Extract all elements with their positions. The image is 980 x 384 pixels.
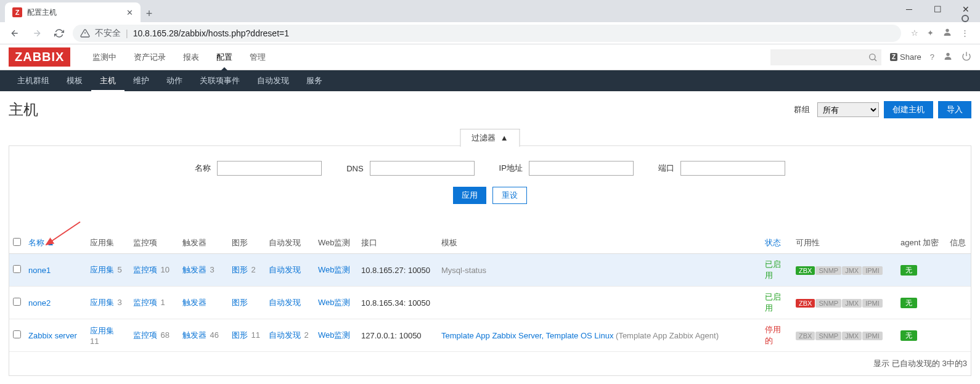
- filter-dns-input[interactable]: [370, 161, 475, 176]
- availability-ipmi-badge: IPMI: [862, 332, 883, 340]
- sub-nav-item[interactable]: 模板: [58, 70, 91, 92]
- filter-ip-input[interactable]: [529, 161, 634, 176]
- col-status[interactable]: 状态: [765, 238, 781, 247]
- col-info: 信息: [946, 232, 971, 254]
- import-button[interactable]: 导入: [938, 101, 971, 118]
- sub-nav-item[interactable]: 主机: [91, 70, 125, 92]
- table-row: none2 应用集 3 监控项 1 触发器 图形 自动发现 Web监测 10.8…: [9, 287, 971, 319]
- web-link[interactable]: Web监测: [318, 330, 351, 340]
- sub-nav-item[interactable]: 维护: [125, 70, 158, 92]
- filter-reset-button[interactable]: 重设: [492, 187, 527, 204]
- row-checkbox[interactable]: [13, 330, 21, 338]
- discovery-link[interactable]: 自动发现: [269, 265, 301, 274]
- items-link[interactable]: 监控项: [133, 330, 157, 340]
- share-button[interactable]: Z Share: [890, 52, 921, 62]
- top-nav-item[interactable]: 资产记录: [125, 44, 174, 70]
- star-icon[interactable]: ☆: [911, 28, 918, 38]
- col-items: 监控项: [129, 232, 179, 254]
- availability-snmp-badge: SNMP: [815, 266, 841, 275]
- profile-icon[interactable]: [942, 27, 952, 39]
- applications-link[interactable]: 应用集: [90, 326, 114, 335]
- new-tab-button[interactable]: +: [141, 5, 158, 22]
- top-nav-item[interactable]: 管理: [241, 44, 274, 70]
- web-link[interactable]: Web监测: [318, 298, 351, 307]
- encryption-badge: 无: [900, 265, 917, 276]
- forward-button[interactable]: [28, 25, 46, 42]
- hosts-table: 名称 ▲ 应用集 监控项 触发器 图形 自动发现 Web监测 接口 模板 状态 …: [9, 232, 971, 352]
- top-nav-item[interactable]: 监测中: [84, 44, 125, 70]
- insecure-label: 不安全: [95, 28, 121, 39]
- power-icon[interactable]: [962, 51, 971, 63]
- triggers-link[interactable]: 触发器: [182, 330, 206, 340]
- applications-link[interactable]: 应用集: [90, 298, 114, 307]
- window-controls: ─ ☐ ✕: [895, 0, 980, 18]
- web-link[interactable]: Web监测: [318, 265, 351, 274]
- filter-toggle[interactable]: 过滤器 ▲: [460, 129, 520, 147]
- host-name-link[interactable]: none2: [28, 298, 51, 308]
- filter-name-input[interactable]: [217, 161, 322, 176]
- select-all-checkbox[interactable]: [13, 238, 21, 246]
- search-input[interactable]: [770, 49, 881, 65]
- sub-nav-item[interactable]: 服务: [298, 70, 331, 92]
- status-toggle[interactable]: 已启用: [765, 292, 781, 313]
- graphs-link[interactable]: 图形: [232, 330, 248, 340]
- zabbix-logo[interactable]: ZABBIX: [9, 47, 70, 67]
- maximize-button[interactable]: ☐: [923, 0, 952, 18]
- availability-ipmi-badge: IPMI: [862, 299, 883, 308]
- host-name-link[interactable]: none1: [28, 266, 51, 275]
- col-interface: 接口: [357, 232, 438, 254]
- applications-link[interactable]: 应用集: [90, 265, 114, 274]
- group-select[interactable]: 所有: [817, 102, 879, 117]
- filter-port-input[interactable]: [680, 161, 785, 176]
- triggers-link[interactable]: 触发器: [182, 298, 206, 307]
- top-nav-item[interactable]: 配置: [208, 44, 241, 70]
- filter-apply-button[interactable]: 应用: [453, 187, 486, 204]
- z-badge-icon: Z: [890, 53, 897, 61]
- filter-ip-label: IP地址: [499, 163, 523, 174]
- close-window-button[interactable]: ✕: [952, 0, 980, 18]
- host-name-link[interactable]: Zabbix server: [28, 331, 77, 340]
- status-toggle[interactable]: 停用的: [765, 325, 781, 345]
- status-toggle[interactable]: 已启用: [765, 259, 781, 280]
- row-checkbox[interactable]: [13, 298, 21, 306]
- menu-icon[interactable]: ⋮: [961, 28, 969, 38]
- svg-point-1: [870, 54, 875, 59]
- items-link[interactable]: 监控项: [133, 298, 157, 307]
- address-bar[interactable]: 不安全 | 10.8.165.28/zabbix/hosts.php?ddres…: [73, 25, 901, 42]
- graphs-link[interactable]: 图形: [232, 265, 248, 274]
- reload-button[interactable]: [51, 25, 68, 42]
- sub-nav-item[interactable]: 关联项事件: [191, 70, 248, 92]
- top-nav-item[interactable]: 报表: [174, 44, 208, 70]
- items-link[interactable]: 监控项: [133, 265, 157, 274]
- encryption-badge: 无: [900, 298, 917, 308]
- graphs-link[interactable]: 图形: [232, 298, 248, 307]
- sub-nav-item[interactable]: 动作: [158, 70, 191, 92]
- availability-zbx-badge: ZBX: [796, 332, 815, 340]
- availability-ipmi-badge: IPMI: [862, 266, 883, 275]
- url-text: 10.8.165.28/zabbix/hosts.php?ddreset=1: [133, 28, 289, 38]
- col-encryption: agent 加密: [897, 232, 946, 254]
- minimize-button[interactable]: ─: [895, 0, 923, 18]
- extensions-icon[interactable]: ✦: [927, 28, 934, 38]
- template-link[interactable]: Template App Zabbix Server, Template OS …: [441, 331, 613, 340]
- availability-jmx-badge: JMX: [842, 266, 862, 275]
- row-checkbox[interactable]: [13, 265, 21, 273]
- col-name[interactable]: 名称 ▲: [28, 238, 55, 247]
- sort-asc-icon: ▲: [47, 238, 55, 247]
- close-icon[interactable]: ✕: [126, 8, 133, 17]
- discovery-link[interactable]: 自动发现: [269, 330, 301, 340]
- user-icon[interactable]: [943, 51, 953, 63]
- sub-nav-item[interactable]: 主机群组: [9, 70, 58, 92]
- triggers-link[interactable]: 触发器: [182, 265, 206, 274]
- table-header-row: 名称 ▲ 应用集 监控项 触发器 图形 自动发现 Web监测 接口 模板 状态 …: [9, 232, 971, 254]
- discovery-link[interactable]: 自动发现: [269, 298, 301, 307]
- encryption-badge: 无: [900, 330, 917, 341]
- tab-favicon: Z: [12, 7, 22, 17]
- filter-dns-label: DNS: [346, 164, 363, 173]
- back-button[interactable]: [6, 25, 23, 42]
- search-icon[interactable]: [868, 52, 878, 64]
- browser-tab[interactable]: Z 配置主机 ✕: [5, 2, 141, 22]
- sub-nav-item[interactable]: 自动发现: [248, 70, 298, 92]
- help-icon[interactable]: ?: [930, 52, 934, 62]
- create-host-button[interactable]: 创建主机: [884, 101, 933, 118]
